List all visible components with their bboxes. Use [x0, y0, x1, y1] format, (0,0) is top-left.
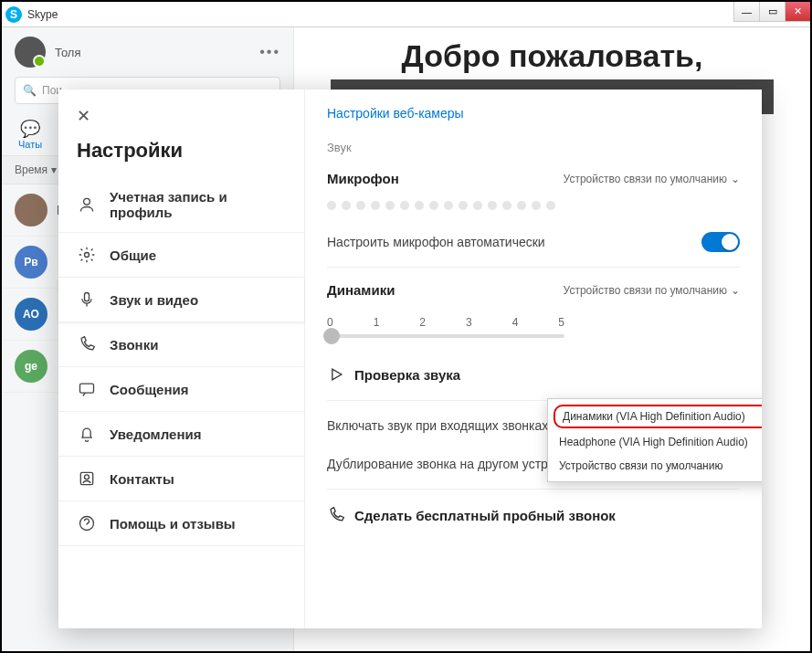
tick: 1	[374, 316, 380, 329]
maximize-button[interactable]: ▭	[759, 2, 785, 22]
play-icon	[327, 365, 345, 384]
speakers-dropdown: Динамики (VIA High Definition Audio) Hea…	[547, 398, 762, 482]
mic-device-value: Устройство связи по умолчанию	[564, 173, 727, 185]
tick: 3	[466, 316, 472, 329]
tab-chats[interactable]: 💬 Чаты	[18, 119, 42, 150]
phone-icon	[77, 334, 97, 354]
nav-notifications[interactable]: Уведомления	[58, 412, 304, 457]
test-sound-row[interactable]: Проверка звука	[327, 354, 740, 395]
close-button[interactable]: ✕	[785, 2, 810, 22]
search-icon: 🔍	[23, 84, 37, 97]
slider-track[interactable]	[327, 334, 564, 338]
svg-rect-3	[80, 384, 94, 393]
tick: 2	[419, 316, 426, 329]
nav-contacts-label: Контакты	[110, 471, 174, 487]
free-test-call-label: Сделать бесплатный пробный звонок	[354, 508, 616, 523]
bell-icon	[77, 424, 97, 444]
auto-mic-toggle[interactable]	[701, 232, 740, 252]
microphone-row: Микрофон Устройство связи по умолчанию ⌄	[327, 162, 740, 195]
auto-mic-label: Настроить микрофон автоматически	[327, 235, 545, 249]
nav-general[interactable]: Общие	[58, 233, 304, 278]
auto-mic-row: Настроить микрофон автоматически	[327, 223, 740, 261]
chevron-down-icon: ⌄	[731, 173, 740, 185]
section-time-label: Время	[15, 163, 47, 176]
svg-rect-2	[85, 293, 90, 301]
microphone-label: Микрофон	[327, 171, 399, 186]
settings-nav: ✕ Настройки Учетная запись и профиль Общ…	[58, 90, 305, 628]
speakers-device-value: Устройство связи по умолчанию	[564, 284, 727, 297]
sound-section-label: Звук	[327, 141, 740, 154]
slider-ticks: 0 1 2 3 4 5	[327, 316, 564, 329]
help-icon	[77, 513, 97, 533]
contacts-icon	[77, 469, 97, 489]
more-icon[interactable]: •••	[259, 44, 280, 60]
tab-chats-label: Чаты	[18, 139, 42, 150]
test-sound-label: Проверка звука	[354, 367, 460, 383]
speakers-row: Динамики Устройство связи по умолчанию ⌄	[327, 273, 740, 307]
contact-avatar: ge	[15, 350, 47, 383]
tick: 0	[327, 316, 333, 329]
svg-point-1	[85, 253, 90, 258]
window-title: Skype	[27, 8, 58, 21]
contact-avatar: Рв	[15, 246, 47, 279]
contact-avatar: АО	[15, 298, 47, 331]
dropdown-option-default[interactable]: Устройство связи по умолчанию	[548, 454, 762, 478]
close-icon[interactable]: ✕	[58, 102, 304, 139]
nav-calls-label: Звонки	[110, 337, 158, 353]
skype-icon: S	[5, 6, 22, 23]
chevron-down-icon: ▾	[51, 163, 57, 176]
ring-incoming-label: Включать звук при входящих звонках	[327, 418, 548, 433]
chevron-down-icon: ⌄	[731, 284, 740, 297]
svg-point-0	[84, 198, 90, 205]
divider	[327, 267, 740, 268]
svg-point-5	[85, 475, 90, 479]
nav-audio-video[interactable]: Звук и видео	[58, 278, 304, 322]
nav-help-label: Помощь и отзывы	[110, 516, 236, 532]
message-icon	[77, 379, 97, 399]
nav-general-label: Общие	[110, 248, 156, 263]
gear-icon	[77, 245, 97, 265]
speakers-device-select[interactable]: Устройство связи по умолчанию ⌄	[564, 284, 740, 297]
nav-contacts[interactable]: Контакты	[58, 457, 304, 501]
chat-icon: 💬	[18, 119, 42, 139]
speakers-volume-slider[interactable]: 0 1 2 3 4 5	[327, 307, 740, 354]
nav-account[interactable]: Учетная запись и профиль	[58, 177, 304, 233]
divider	[327, 489, 740, 490]
webcam-settings-link[interactable]: Настройки веб-камеры	[327, 106, 740, 121]
person-icon	[77, 195, 97, 215]
avatar[interactable]	[15, 37, 46, 68]
free-test-call-row[interactable]: Сделать бесплатный пробный звонок	[327, 495, 740, 535]
phone-icon	[327, 506, 345, 524]
microphone-device-select[interactable]: Устройство связи по умолчанию ⌄	[564, 173, 740, 185]
welcome-banner: Добро пожаловать,	[294, 27, 810, 74]
minimize-button[interactable]: —	[733, 2, 759, 22]
tick: 5	[558, 316, 564, 329]
mic-level-meter	[327, 195, 740, 223]
mic-icon	[77, 290, 97, 310]
window-titlebar: S Skype — ▭ ✕	[2, 2, 810, 27]
speakers-label: Динамики	[327, 282, 395, 298]
profile-name: Толя	[55, 46, 250, 59]
dropdown-option-headphone[interactable]: Headphone (VIA High Definition Audio)	[548, 430, 762, 454]
window-controls: — ▭ ✕	[733, 2, 810, 22]
nav-messages-label: Сообщения	[110, 382, 188, 397]
nav-notifications-label: Уведомления	[110, 427, 201, 442]
slider-thumb[interactable]	[323, 328, 340, 344]
app-body: Толя ••• 🔍 Пои 💬 Чаты Время ▾ N Рв АО ge	[2, 27, 810, 651]
settings-modal: ✕ Настройки Учетная запись и профиль Общ…	[58, 90, 762, 628]
profile-row[interactable]: Толя •••	[2, 27, 293, 77]
nav-help[interactable]: Помощь и отзывы	[58, 501, 304, 546]
tick: 4	[512, 316, 519, 329]
nav-calls[interactable]: Звонки	[58, 322, 304, 367]
nav-account-label: Учетная запись и профиль	[110, 189, 286, 220]
nav-messages[interactable]: Сообщения	[58, 367, 304, 412]
dropdown-option-speakers[interactable]: Динамики (VIA High Definition Audio)	[554, 405, 762, 428]
nav-audio-video-label: Звук и видео	[110, 292, 198, 308]
contact-avatar	[15, 194, 47, 226]
settings-title: Настройки	[58, 139, 304, 177]
settings-content: Настройки веб-камеры Звук Микрофон Устро…	[305, 90, 762, 628]
